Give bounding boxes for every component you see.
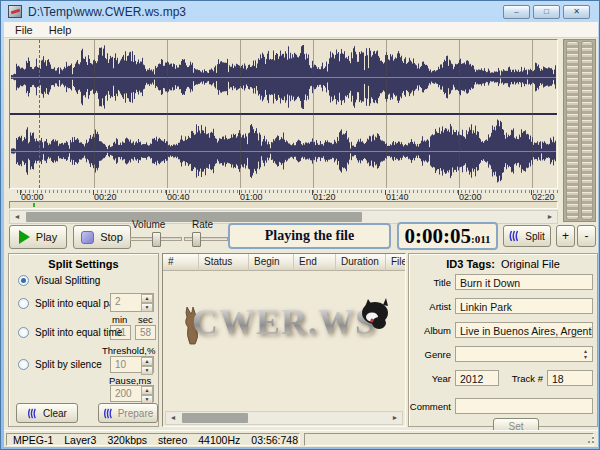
minimize-icon[interactable]: – [503, 5, 530, 19]
genre-combobox[interactable]: ▴ ▾ [455, 346, 593, 362]
split-button-label: Split [525, 231, 544, 242]
split-button[interactable]: Split [503, 225, 551, 247]
sec-label: sec [138, 314, 153, 325]
volume-label: Volume [132, 219, 165, 230]
comment-field[interactable] [455, 398, 593, 414]
table-scrollbar[interactable]: ◄ ► [165, 411, 403, 425]
app-icon [8, 5, 22, 18]
id3-header: ID3 Tags: Original File [409, 258, 597, 270]
time-milliseconds: :011 [471, 233, 491, 245]
resize-grip[interactable] [592, 441, 594, 443]
threshold-spinner[interactable]: 10 ▲ ▼ [110, 356, 154, 373]
split-silence-label[interactable]: Split by silence [35, 359, 102, 370]
pause-value: 200 [111, 386, 141, 401]
status-bar: MPEG-1Layer3320kbpsstereo44100Hz03:56:74… [4, 430, 598, 447]
year-label: Year [409, 373, 451, 384]
column-header-status[interactable]: Status [199, 254, 249, 271]
menu-file[interactable]: File [7, 23, 41, 37]
volume-slider[interactable] [130, 237, 182, 241]
pause-spinner[interactable]: 200 ▲ ▼ [110, 385, 154, 402]
spin-up-icon[interactable]: ▲ [141, 386, 153, 395]
column-header-filename[interactable]: Filename [386, 254, 405, 271]
album-field[interactable]: Live in Buenos Aires, Argentin [455, 322, 593, 338]
id3-panel: ID3 Tags: Original File Title Burn it Do… [408, 253, 598, 427]
play-button[interactable]: Play [9, 225, 67, 249]
spin-down-icon[interactable]: ▼ [141, 366, 153, 375]
watermark-text: CWER.WS [192, 301, 376, 343]
split-settings-title: Split Settings [9, 258, 158, 270]
visual-splitting-label[interactable]: Visual Splitting [35, 275, 100, 286]
equal-time-label[interactable]: Split into equal time [35, 327, 122, 338]
radio-split-silence[interactable] [18, 359, 29, 370]
parts-value: 2 [111, 294, 141, 311]
table-scroll-track[interactable] [180, 412, 388, 424]
position-marker[interactable] [33, 203, 35, 207]
time-main: 0:00:05 [404, 224, 471, 248]
artist-field[interactable]: Linkin Park [455, 298, 593, 314]
radio-visual-splitting[interactable] [18, 275, 29, 286]
time-ruler[interactable]: 00:0000:2000:4001:0001:2001:4002:0002:20 [9, 190, 558, 201]
clear-button[interactable]: Clear [16, 403, 78, 423]
title-field[interactable]: Burn it Down [455, 274, 593, 290]
waveform-canvas[interactable] [10, 40, 557, 188]
scroll-right-icon[interactable]: ► [543, 211, 557, 223]
maximize-icon[interactable]: □ [533, 5, 560, 19]
menu-bar: File Help [4, 22, 598, 38]
menu-help[interactable]: Help [41, 23, 80, 37]
column-header-begin[interactable]: Begin [249, 254, 294, 271]
column-header-duration[interactable]: Duration [336, 254, 386, 271]
prepare-button-label: Prepare [118, 408, 154, 419]
status-segment: 44100Hz [198, 434, 240, 446]
album-label: Album [409, 325, 451, 336]
parts-spinner[interactable]: 2 ▲ ▼ [110, 293, 154, 312]
close-icon[interactable]: ✕ [563, 5, 590, 19]
zoom-in-button[interactable]: + [556, 225, 575, 247]
stop-button[interactable]: Stop [73, 225, 131, 249]
split-wave-icon [509, 230, 521, 242]
window-controls: – □ ✕ [503, 5, 590, 19]
spin-up-icon[interactable]: ▲ [141, 294, 153, 303]
threshold-label: Threshold,% [102, 345, 155, 356]
cat-graphic [359, 297, 389, 331]
status-segment: stereo [158, 434, 187, 446]
rate-slider[interactable] [184, 237, 228, 241]
window-title: D:\Temp\www.CWER.ws.mp3 [28, 5, 186, 19]
status-segment: MPEG-1 [13, 434, 53, 446]
column-header-num[interactable]: # [163, 254, 199, 271]
zoom-out-button[interactable]: - [577, 225, 596, 247]
genre-label: Genre [409, 349, 451, 360]
playhead-marker[interactable] [39, 40, 40, 188]
volume-slider-thumb[interactable] [152, 232, 161, 247]
id3-header-file: Original File [501, 258, 560, 270]
status-segment: 03:56:748 [251, 434, 298, 446]
sec-field[interactable]: 58 [135, 325, 156, 340]
segment-table-body[interactable]: CWER.WS [163, 271, 405, 410]
combo-down-icon: ▾ [584, 354, 587, 360]
scroll-left-icon[interactable]: ◄ [10, 211, 24, 223]
track-label: Track # [503, 373, 543, 384]
split-settings-panel: Split Settings Visual Splitting Split in… [8, 253, 159, 427]
waveform-panel [9, 39, 558, 189]
status-panel-extra [304, 433, 594, 446]
rate-slider-thumb[interactable] [192, 232, 201, 247]
scroll-right-icon[interactable]: ► [388, 412, 402, 424]
status-segment: Layer3 [64, 434, 96, 446]
radio-equal-time[interactable] [18, 327, 29, 338]
column-header-end[interactable]: End [294, 254, 336, 271]
level-meter-right [581, 41, 594, 220]
radio-equal-parts[interactable] [18, 298, 29, 309]
track-field[interactable]: 18 [547, 370, 593, 386]
scroll-left-icon[interactable]: ◄ [166, 412, 180, 424]
client-area: File Help 00:0000:2000:4001:0001:2001:40… [4, 22, 598, 447]
play-icon [19, 230, 30, 244]
spin-up-icon[interactable]: ▲ [141, 357, 153, 366]
clear-button-label: Clear [43, 408, 67, 419]
genre-dropdown-icon[interactable]: ▴ ▾ [581, 348, 590, 360]
spin-down-icon[interactable]: ▼ [141, 303, 153, 312]
table-scroll-thumb[interactable] [182, 413, 248, 423]
prepare-wave-icon [103, 408, 115, 419]
year-field[interactable]: 2012 [455, 370, 499, 386]
position-bar[interactable] [9, 201, 558, 209]
level-meters [563, 39, 596, 222]
prepare-button[interactable]: Prepare [98, 403, 158, 423]
